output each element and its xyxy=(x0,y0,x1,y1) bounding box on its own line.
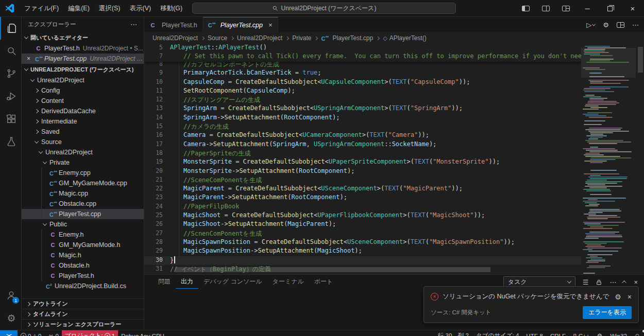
panel-tab-ターミナル[interactable]: ターミナル xyxy=(267,275,309,289)
tab-playertest.cpp[interactable]: C++PlayerTest.cpp× xyxy=(203,17,278,32)
restore-button[interactable] xyxy=(599,0,621,17)
workspace-header[interactable]: UNREAL2DPROJECT (ワークスペース) xyxy=(22,64,144,75)
indentation-status[interactable]: タブのサイズ: 4 xyxy=(472,330,522,336)
open-editor-item[interactable]: CPlayerTest.hUnreal2DProject • S... xyxy=(22,43,144,54)
ports-status[interactable]: 0 xyxy=(45,330,62,336)
lock-scroll-icon[interactable] xyxy=(596,279,602,286)
menu-item[interactable]: 編集(E) xyxy=(63,0,94,17)
tree-folder-config[interactable]: Config xyxy=(22,85,144,96)
problems-status[interactable]: ×0 △0 xyxy=(18,330,45,336)
menu-item[interactable]: 移動(G) xyxy=(156,0,187,17)
sidebar-section-ソリューション エクスプローラー[interactable]: ソリューション エクスプローラー xyxy=(22,319,144,329)
horizontal-scrollbar[interactable] xyxy=(175,267,490,272)
breadcrumb-item[interactable]: C++PlayerTest.cpp xyxy=(321,34,373,42)
tree-folder-saved[interactable]: Saved xyxy=(22,127,144,137)
accounts-icon[interactable]: 1 xyxy=(0,284,22,307)
panel-tab-問題[interactable]: 問題 xyxy=(153,275,176,289)
language-mode-status[interactable]: {}C++ xyxy=(569,330,593,336)
minimap[interactable] xyxy=(581,44,636,274)
testing-icon[interactable] xyxy=(0,130,22,153)
clear-output-icon[interactable]: ☰ xyxy=(583,278,589,286)
run-debug-button[interactable]: ▷ xyxy=(586,21,595,29)
minimize-button[interactable]: ─ xyxy=(576,0,599,17)
panel-tab-デバッグ コンソール[interactable]: デバッグ コンソール xyxy=(198,275,267,289)
tree-file-item[interactable]: C++PlayerTest.cpp xyxy=(22,209,144,219)
search-icon[interactable] xyxy=(0,40,22,62)
panel-tab-出力[interactable]: 出力 xyxy=(176,275,198,289)
sidebar-section-タイムライン[interactable]: タイムライン xyxy=(22,309,144,319)
editor-settings-gear-icon[interactable]: ⚙ xyxy=(603,21,609,29)
sidebar-section-アウトライン[interactable]: アウトライン xyxy=(22,298,144,309)
tree-file-item[interactable]: CMagic.h xyxy=(22,250,144,260)
remote-indicator[interactable]: >< xyxy=(0,330,18,336)
cursor-position-status[interactable]: 行 30、列 2 xyxy=(434,330,472,336)
platform-status[interactable]: Win32 xyxy=(606,330,631,336)
run-debug-icon[interactable] xyxy=(0,85,22,108)
command-center-search[interactable]: Unreal2DProject (ワークスペース) xyxy=(192,3,456,14)
breadcrumb-label: Unreal2DProject xyxy=(237,34,282,42)
tree-folder-public[interactable]: Public xyxy=(22,219,144,229)
breadcrumb-item[interactable]: Unreal2DProject xyxy=(237,34,282,42)
tab-playertest.h[interactable]: CPlayerTest.h xyxy=(144,17,203,32)
tree-file-item[interactable]: C#Unreal2DProject.Build.cs xyxy=(22,281,144,291)
toggle-sidebar-icon[interactable] xyxy=(522,6,530,11)
split-editor-icon[interactable] xyxy=(617,22,624,28)
encoding-status[interactable]: UTF-8 xyxy=(522,330,547,336)
tree-item-label: Unreal2DProject xyxy=(45,149,93,156)
breadcrumb-item[interactable]: Source xyxy=(208,34,227,42)
tree-file-item[interactable]: CObstacle.h xyxy=(22,260,144,271)
tree-folder-deriveddatacache[interactable]: DerivedDataCache xyxy=(22,106,144,116)
extensions-icon[interactable] xyxy=(0,108,22,130)
toggle-secondary-sidebar-icon[interactable] xyxy=(542,6,550,11)
tree-folder-unreal2dproject[interactable]: Unreal2DProject xyxy=(22,75,144,85)
panel-tab-ポート[interactable]: ポート xyxy=(309,275,338,289)
close-editor-icon[interactable]: × xyxy=(27,55,35,62)
tree-folder-content[interactable]: Content xyxy=(22,96,144,106)
eol-status[interactable]: CRLF xyxy=(547,330,569,336)
project-errors-status[interactable]: プロジェクト: × 1 xyxy=(62,330,118,336)
close-button[interactable]: × xyxy=(621,0,644,17)
tree-file-item[interactable]: C++Enemy.cpp xyxy=(22,168,144,178)
menu-item[interactable]: 表示(V) xyxy=(125,0,156,17)
customize-layout-icon[interactable] xyxy=(562,6,570,11)
vertical-scrollbar[interactable] xyxy=(637,44,644,274)
breadcrumb-item[interactable]: Private xyxy=(292,34,311,42)
close-tab-icon[interactable]: × xyxy=(268,21,273,29)
tree-folder-private[interactable]: Private xyxy=(22,157,144,168)
minimap-line xyxy=(587,47,626,48)
show-error-button[interactable]: エラーを表示 xyxy=(583,306,632,319)
code-editor[interactable]: 8//カプセルコンポーネントの生成9PrimaryActorTick.bCanE… xyxy=(144,44,644,274)
source-control-icon[interactable] xyxy=(0,62,22,85)
explorer-icon[interactable] xyxy=(0,17,22,40)
tree-file-item[interactable]: CGM_MyGameMode.h xyxy=(22,240,144,250)
tree-file-item[interactable]: C++Obstacle.cpp xyxy=(22,199,144,209)
panel-more-actions-icon[interactable]: ⋯ xyxy=(609,278,616,286)
open-editors-header[interactable]: 開いているエディター xyxy=(22,32,144,43)
tree-file-item[interactable]: CEnemy.h xyxy=(22,229,144,240)
code-text: SpringArm = CreateDefaultSubobject<USpri… xyxy=(170,104,463,113)
editor-more-actions-icon[interactable]: ⋯ xyxy=(632,21,639,29)
tree-folder-intermediate[interactable]: Intermediate xyxy=(22,116,144,127)
tree-file-item[interactable]: C++Magic.cpp xyxy=(22,188,144,199)
notification-settings-gear-icon[interactable]: ⚙ xyxy=(615,293,621,301)
globe-status[interactable] xyxy=(593,330,606,336)
menu-item[interactable]: 選択(S) xyxy=(94,0,125,17)
sidebar-more-actions-icon[interactable]: ⋯ xyxy=(130,21,138,28)
minimap-line xyxy=(590,159,616,160)
close-panel-icon[interactable]: × xyxy=(634,278,638,286)
maximize-panel-icon[interactable] xyxy=(622,280,626,285)
tree-folder-unreal2dproject[interactable]: Unreal2DProject xyxy=(22,147,144,157)
tree-file-item[interactable]: CPlayerTest.h xyxy=(22,271,144,281)
open-editor-item[interactable]: ×C++PlayerTest.cppUnreal2DProject • ... xyxy=(22,54,144,64)
debug-configuration-status[interactable]: Debug Any CPU xyxy=(118,330,167,336)
breadcrumb-item[interactable]: ◇APlayerTest() xyxy=(383,34,427,42)
breadcrumb-item[interactable]: Unreal2DProject xyxy=(152,34,198,42)
search-icon xyxy=(272,5,278,11)
notifications-bell[interactable] xyxy=(631,330,644,336)
notification-close-icon[interactable]: × xyxy=(628,293,632,301)
menu-item[interactable]: ファイル(F) xyxy=(20,0,63,17)
tree-file-item[interactable]: C++GM_MyGameMode.cpp xyxy=(22,178,144,188)
tree-folder-source[interactable]: Source xyxy=(22,137,144,147)
minimap-line xyxy=(581,93,636,94)
settings-gear-icon[interactable]: ⚙ xyxy=(0,307,22,329)
